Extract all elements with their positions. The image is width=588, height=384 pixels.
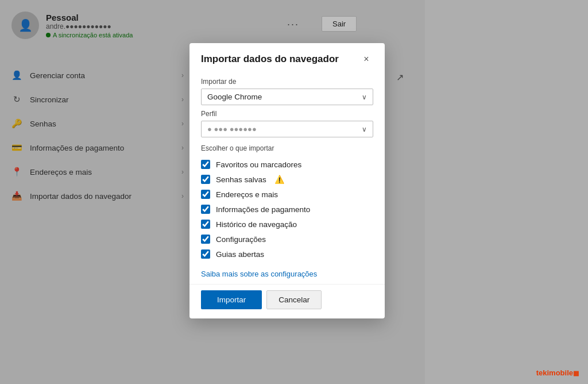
checkbox-tabs-label: Guias abertas	[216, 250, 264, 259]
browser-selected-text: Google Chrome	[207, 93, 262, 101]
import-modal: Importar dados do navegador × Importar d…	[189, 43, 385, 318]
checkbox-favorites[interactable]	[201, 160, 210, 169]
warning-icon: ⚠️	[274, 175, 284, 184]
checkbox-addresses-label: Endereços e mais	[216, 190, 278, 199]
checkbox-item-history: Histórico de navegação	[201, 217, 373, 232]
modal-footer: Importar Cancelar	[189, 284, 385, 318]
checkbox-item-passwords: Senhas salvas ⚠️	[201, 172, 373, 187]
checkbox-item-addresses: Endereços e mais	[201, 187, 373, 202]
checkbox-history-label: Histórico de navegação	[216, 220, 297, 229]
modal-title: Importar dados do navegador	[201, 53, 339, 65]
watermark-text2: mobile	[549, 368, 573, 377]
watermark-symbol: ▦	[573, 370, 579, 377]
checkbox-settings-label: Configurações	[216, 235, 266, 244]
checkbox-tabs[interactable]	[201, 249, 210, 259]
checkbox-history[interactable]	[201, 220, 210, 229]
cancel-button[interactable]: Cancelar	[266, 290, 322, 309]
import-button[interactable]: Importar	[201, 290, 262, 309]
browser-dropdown[interactable]: Google Chrome ∨	[201, 89, 373, 105]
checkbox-item-tabs: Guias abertas	[201, 247, 373, 262]
checkbox-addresses[interactable]	[201, 190, 210, 199]
choose-what-label: Escolher o que importar	[201, 144, 373, 152]
learn-more-link[interactable]: Saiba mais sobre as configurações	[201, 270, 373, 278]
modal-header: Importar dados do navegador ×	[189, 43, 385, 71]
checkbox-payment-label: Informações de pagamento	[216, 205, 310, 214]
profile-dropdown-arrow: ∨	[362, 125, 367, 133]
modal-close-button[interactable]: ×	[359, 52, 373, 66]
checkbox-passwords-label: Senhas salvas	[216, 175, 266, 184]
profile-label: Perfil	[201, 110, 373, 118]
checkbox-item-settings: Configurações	[201, 232, 373, 247]
checkbox-item-payment: Informações de pagamento	[201, 202, 373, 217]
checkbox-passwords[interactable]	[201, 175, 210, 184]
checkbox-settings[interactable]	[201, 235, 210, 244]
checkbox-item-favorites: Favoritos ou marcadores	[201, 157, 373, 172]
watermark-text1: teki	[536, 368, 549, 377]
import-from-label: Importar de	[201, 78, 373, 86]
profile-dropdown[interactable]: ● ●●● ●●●●●● ∨	[201, 121, 373, 137]
checkbox-favorites-label: Favoritos ou marcadores	[216, 160, 301, 169]
browser-dropdown-arrow: ∨	[362, 93, 367, 101]
checkbox-payment[interactable]	[201, 205, 210, 214]
profile-placeholder-text: ● ●●● ●●●●●●	[207, 125, 257, 133]
watermark: tekimobile▦	[536, 368, 579, 377]
modal-body: Importar de Google Chrome ∨ Perfil ● ●●●…	[189, 71, 385, 284]
